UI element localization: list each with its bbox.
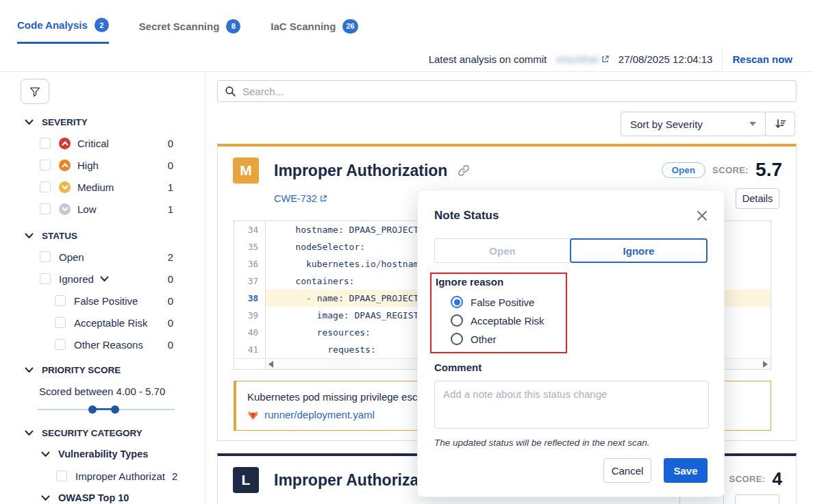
section-title: SEVERITY <box>42 117 88 127</box>
tab-secret-scanning[interactable]: Secret Scanning 8 <box>139 18 241 44</box>
filter-count: 0 <box>168 273 173 285</box>
tab-count-badge: 2 <box>95 18 109 32</box>
slider-handle-max[interactable] <box>111 405 119 414</box>
status-row-ignored[interactable]: Ignored 0 <box>0 268 205 290</box>
status-badge[interactable]: Open <box>662 162 706 178</box>
radio-button[interactable] <box>451 296 463 308</box>
checkbox[interactable] <box>40 203 51 214</box>
slider-handle-min[interactable] <box>88 405 97 414</box>
scroll-left-arrow[interactable] <box>268 361 273 368</box>
radio-label: Other <box>471 333 497 345</box>
checkbox[interactable] <box>55 317 66 328</box>
scroll-right-arrow[interactable] <box>763 361 768 368</box>
filter-count: 0 <box>168 317 173 329</box>
filter-label: Improper Authorizat <box>75 470 165 482</box>
filter-count: 1 <box>168 181 173 193</box>
radio-button[interactable] <box>451 314 463 327</box>
severity-row-critical[interactable]: Critical 0 <box>0 132 205 154</box>
chevron-down-icon <box>25 233 34 239</box>
divider <box>722 47 723 71</box>
severity-icon <box>59 160 71 171</box>
status-row-other-reasons[interactable]: Other Reasons 0 <box>0 333 205 355</box>
chevron-down-icon <box>25 367 34 373</box>
ignore-reason-other[interactable]: Other <box>451 333 566 345</box>
save-button[interactable]: Save <box>664 458 708 483</box>
chevron-down-icon[interactable] <box>100 276 109 282</box>
file-link[interactable]: runner/deployment.yaml <box>264 409 375 420</box>
checkbox[interactable] <box>40 138 51 149</box>
category-row-improper-authorizat[interactable]: Improper Authorizat 2 <box>0 465 205 487</box>
priority-score-slider[interactable] <box>38 405 175 414</box>
sort-direction-button[interactable] <box>765 112 795 136</box>
filter-label: Low <box>77 203 97 215</box>
chevron-down-icon <box>41 451 50 457</box>
checkbox[interactable] <box>40 273 51 284</box>
code-line-number: 34 <box>234 221 266 238</box>
tab-label: IaC Scanning <box>271 21 336 32</box>
code-line-number: 41 <box>234 341 266 358</box>
checkbox[interactable] <box>40 181 51 192</box>
commit-link[interactable]: e0a26fa0 <box>556 53 609 65</box>
external-link-icon <box>320 195 327 202</box>
link-icon[interactable] <box>457 164 471 177</box>
status-row-acceptable-risk[interactable]: Acceptable Risk 0 <box>0 312 205 333</box>
filter-count: 2 <box>168 251 173 263</box>
ignore-reason-label: Ignore reason <box>436 276 566 290</box>
commit-hash-redacted[interactable]: e0a26fa0 <box>556 53 599 65</box>
filter-label: Other Reasons <box>74 339 143 351</box>
checkbox[interactable] <box>56 470 67 481</box>
severity-row-medium[interactable]: Medium 1 <box>0 176 205 198</box>
checkbox[interactable] <box>55 339 66 350</box>
toggle-open-button[interactable]: Open <box>434 238 570 263</box>
checkbox[interactable] <box>55 295 66 306</box>
sort-by-dropdown[interactable]: Sort by Severity <box>621 112 766 136</box>
cwe-link[interactable]: CWE-732 <box>274 193 317 204</box>
status-section-header[interactable]: STATUS <box>0 225 205 246</box>
security-category-section-header[interactable]: SECURITY CATEGORY <box>0 423 205 443</box>
checkbox[interactable] <box>40 160 51 171</box>
filter-count: 1 <box>168 203 173 215</box>
filter-label: Ignored <box>59 273 94 285</box>
details-button[interactable]: Details <box>736 188 779 209</box>
ignore-reason-false-positive[interactable]: False Positive <box>451 296 566 308</box>
ignore-reason-acceptable-risk[interactable]: Acceptable Risk <box>451 314 566 327</box>
tab-iac-scanning[interactable]: IaC Scanning 26 <box>271 18 358 44</box>
sort-descending-icon <box>775 118 786 129</box>
radio-button[interactable] <box>451 333 463 345</box>
filter-count: 0 <box>168 138 173 149</box>
status-row-open[interactable]: Open 2 <box>0 246 205 268</box>
severity-icon <box>59 203 71 215</box>
modal-title: Note Status <box>434 209 499 223</box>
checkbox[interactable] <box>40 251 51 262</box>
filter-button[interactable] <box>21 79 49 104</box>
status-row-false-positive[interactable]: False Positive 0 <box>0 290 205 312</box>
note-status-modal: Note Status Open Ignore Ignore reason Fa… <box>417 190 725 497</box>
severity-section-header[interactable]: SEVERITY <box>0 112 205 132</box>
severity-row-high[interactable]: High 0 <box>0 154 205 176</box>
cancel-button[interactable]: Cancel <box>603 458 651 483</box>
toggle-ignore-button[interactable]: Ignore <box>570 238 708 263</box>
ignore-reason-highlight-box: Ignore reason False Positive Acceptable … <box>430 273 567 353</box>
details-button-partial[interactable] <box>735 494 779 504</box>
rescan-now-button[interactable]: Rescan now <box>732 53 792 65</box>
caret-down-icon <box>749 122 756 126</box>
status-toggle: Open Ignore <box>434 238 708 263</box>
search-bar[interactable] <box>217 80 797 102</box>
category-group-owasp-top-10[interactable]: OWASP Top 10 <box>0 487 205 504</box>
sort-by-value: Sort by Severity <box>630 118 703 130</box>
search-input[interactable] <box>242 86 789 97</box>
section-title: STATUS <box>42 231 77 241</box>
gitlab-icon <box>247 410 259 420</box>
severity-icon <box>59 181 71 193</box>
radio-label: False Positive <box>471 297 534 308</box>
comment-input[interactable] <box>434 381 709 429</box>
filter-label: Critical <box>77 138 109 149</box>
priority-score-section-header[interactable]: PRIORITY SCORE <box>0 360 205 380</box>
tab-code-analysis[interactable]: Code Analysis 2 <box>17 18 109 44</box>
funnel-icon <box>29 86 41 98</box>
category-group-vulnerability-types[interactable]: Vulnerability Types <box>0 443 205 465</box>
filter-label: Acceptable Risk <box>74 317 148 329</box>
close-icon[interactable] <box>697 210 708 221</box>
severity-row-low[interactable]: Low 1 <box>0 198 205 220</box>
category-group-label: OWASP Top 10 <box>58 492 129 503</box>
